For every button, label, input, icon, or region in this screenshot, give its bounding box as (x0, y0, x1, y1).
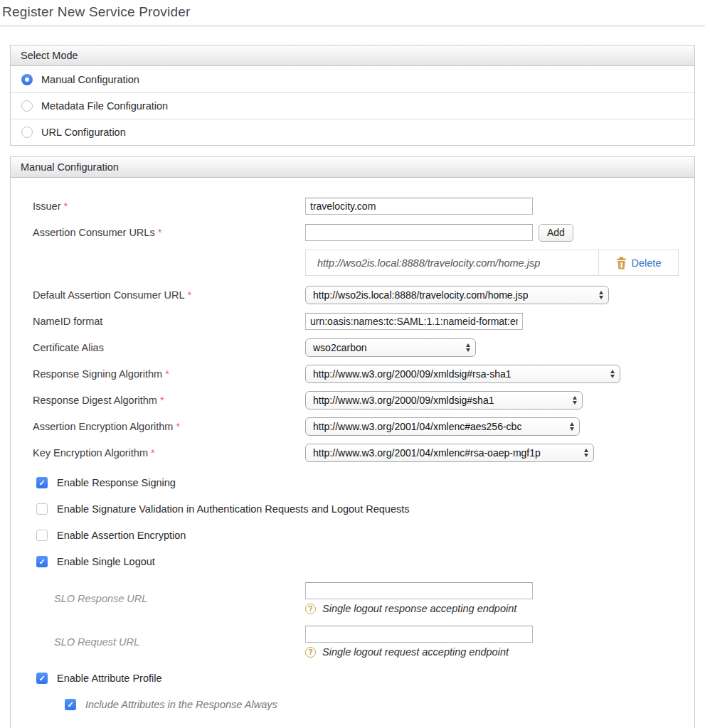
select-arrows-icon (584, 449, 588, 457)
issuer-row: Issuer* (11, 197, 694, 215)
issuer-label: Issuer* (11, 200, 305, 212)
enable-single-logout-checkbox[interactable] (36, 556, 48, 567)
assertion-encryption-algorithm-label: Assertion Encryption Algorithm* (11, 421, 305, 432)
slo-request-url-label: SLO Request URL (11, 636, 305, 648)
add-button[interactable]: Add (539, 224, 573, 242)
nameid-format-row: NameID format (11, 312, 694, 331)
assertion-encryption-algorithm-row: Assertion Encryption Algorithm* http://w… (11, 417, 694, 436)
slo-request-url-row: SLO Request URL ? Single logout request … (11, 626, 694, 658)
select-mode-header: Select Mode (11, 46, 694, 66)
response-digest-algorithm-select[interactable]: http://www.w3.org/2000/09/xmldsig#sha1 (305, 391, 583, 410)
radio-label: URL Configuration (41, 127, 126, 138)
required-asterisk: * (165, 368, 169, 380)
response-digest-algorithm-row: Response Digest Algorithm* http://www.w3… (11, 391, 694, 410)
delete-acs-url-button[interactable]: Delete (599, 250, 678, 275)
slo-request-url-input[interactable] (305, 626, 533, 643)
checkbox-label: Enable Single Logout (57, 556, 155, 567)
select-mode-panel: Select Mode Manual Configuration Metadat… (10, 45, 695, 146)
include-attributes-checkbox[interactable] (65, 699, 76, 710)
required-asterisk: * (158, 227, 162, 238)
issuer-input[interactable] (305, 198, 533, 215)
response-signing-algorithm-label: Response Signing Algorithm* (11, 368, 305, 380)
radio-row-url-configuration[interactable]: URL Configuration (11, 119, 694, 145)
assertion-consumer-urls-label: Assertion Consumer URLs* (11, 227, 305, 238)
assertion-encryption-algorithm-select[interactable]: http://www.w3.org/2001/04/xmlenc#aes256-… (305, 417, 580, 436)
assertion-consumer-urls-row: Assertion Consumer URLs* Add (11, 223, 694, 242)
select-arrows-icon (599, 291, 603, 299)
page-title: Register New Service Provider (2, 4, 705, 20)
enable-single-logout-row[interactable]: Enable Single Logout (11, 556, 694, 567)
checkbox-label: Enable Assertion Encryption (57, 530, 186, 541)
manual-configuration-panel: Manual Configuration Issuer* Assertion C… (10, 156, 695, 728)
delete-label: Delete (632, 257, 662, 269)
certificate-alias-select[interactable]: wso2carbon (305, 338, 476, 357)
assertion-consumer-url-value: http://wso2is.local:8888/travelocity.com… (306, 250, 599, 275)
select-arrows-icon (573, 396, 577, 405)
slo-response-url-row: SLO Response URL ? Single logout respons… (11, 582, 694, 614)
enable-attribute-profile-checkbox[interactable] (36, 673, 48, 684)
default-acs-url-select[interactable]: http://wso2is.local:8888/travelocity.com… (305, 286, 609, 304)
checkbox-label: Enable Signature Validation in Authentic… (57, 503, 410, 515)
default-acs-url-row: Default Assertion Consumer URL* http://w… (11, 286, 694, 304)
required-asterisk: * (160, 395, 164, 406)
assertion-consumer-url-entry: http://wso2is.local:8888/travelocity.com… (305, 250, 679, 276)
radio-label: Metadata File Configuration (41, 100, 168, 112)
nameid-format-input[interactable] (305, 313, 523, 330)
slo-response-help-text: Single logout response accepting endpoin… (322, 603, 516, 614)
certificate-alias-row: Certificate Alias wso2carbon (11, 338, 694, 357)
radio-row-manual-configuration[interactable]: Manual Configuration (11, 66, 694, 92)
checkbox-label: Enable Response Signing (57, 477, 176, 488)
enable-attribute-profile-row[interactable]: Enable Attribute Profile (11, 673, 694, 684)
required-asterisk: * (151, 447, 155, 459)
select-arrows-icon (570, 422, 574, 431)
slo-response-url-label: SLO Response URL (11, 593, 305, 604)
slo-request-help-text: Single logout request accepting endpoint (322, 646, 509, 658)
required-asterisk: * (188, 289, 192, 301)
radio-row-metadata-file-configuration[interactable]: Metadata File Configuration (11, 92, 694, 119)
key-encryption-algorithm-label: Key Encryption Algorithm* (11, 447, 305, 459)
title-divider (0, 26, 705, 26)
enable-signature-validation-row[interactable]: Enable Signature Validation in Authentic… (11, 503, 694, 515)
required-asterisk: * (64, 200, 68, 212)
certificate-alias-label: Certificate Alias (11, 342, 305, 353)
enable-response-signing-checkbox[interactable] (36, 477, 48, 488)
assertion-consumer-url-input[interactable] (305, 224, 533, 241)
response-digest-algorithm-label: Response Digest Algorithm* (11, 395, 305, 406)
help-icon: ? (305, 604, 316, 614)
radio-url-configuration[interactable] (21, 127, 33, 138)
checkbox-label: Include Attributes in the Response Alway… (85, 699, 277, 710)
enable-assertion-encryption-checkbox[interactable] (36, 530, 48, 541)
response-signing-algorithm-row: Response Signing Algorithm* http://www.w… (11, 365, 694, 383)
help-icon: ? (305, 647, 316, 658)
enable-assertion-encryption-row[interactable]: Enable Assertion Encryption (11, 530, 694, 541)
radio-manual-configuration[interactable] (21, 74, 33, 85)
radio-metadata-file-configuration[interactable] (21, 100, 33, 112)
slo-response-url-input[interactable] (305, 582, 533, 599)
select-arrows-icon (610, 370, 615, 378)
required-asterisk: * (176, 421, 180, 432)
checkbox-label: Enable Attribute Profile (57, 673, 162, 684)
key-encryption-algorithm-select[interactable]: http://www.w3.org/2001/04/xmlenc#rsa-oae… (305, 444, 594, 462)
include-attributes-row[interactable]: Include Attributes in the Response Alway… (11, 699, 694, 710)
assertion-consumer-url-entry-row: http://wso2is.local:8888/travelocity.com… (11, 250, 694, 276)
key-encryption-algorithm-row: Key Encryption Algorithm* http://www.w3.… (11, 444, 694, 462)
response-signing-algorithm-select[interactable]: http://www.w3.org/2000/09/xmldsig#rsa-sh… (305, 365, 620, 383)
manual-configuration-header: Manual Configuration (11, 157, 694, 178)
enable-signature-validation-checkbox[interactable] (36, 503, 48, 515)
enable-response-signing-row[interactable]: Enable Response Signing (11, 477, 694, 488)
select-arrows-icon (466, 343, 470, 352)
nameid-format-label: NameID format (11, 316, 305, 327)
trash-icon (616, 257, 627, 269)
radio-label: Manual Configuration (41, 74, 139, 85)
default-acs-url-label: Default Assertion Consumer URL* (11, 289, 305, 301)
